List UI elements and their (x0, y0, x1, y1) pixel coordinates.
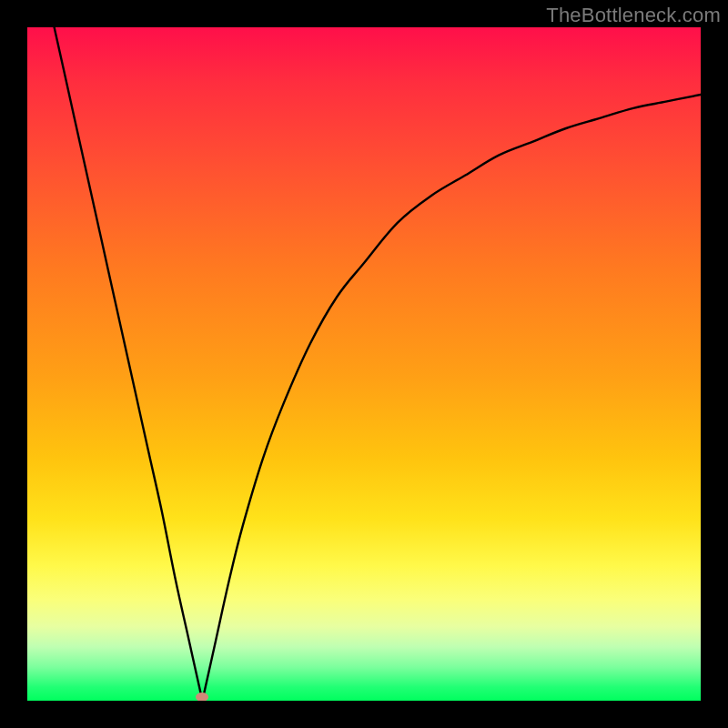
optimum-marker (196, 693, 208, 701)
curve-layer (27, 27, 701, 701)
chart-frame: TheBottleneck.com (0, 0, 728, 728)
watermark-text: TheBottleneck.com (546, 4, 721, 27)
plot-area (27, 27, 701, 701)
bottleneck-curve (55, 27, 701, 701)
